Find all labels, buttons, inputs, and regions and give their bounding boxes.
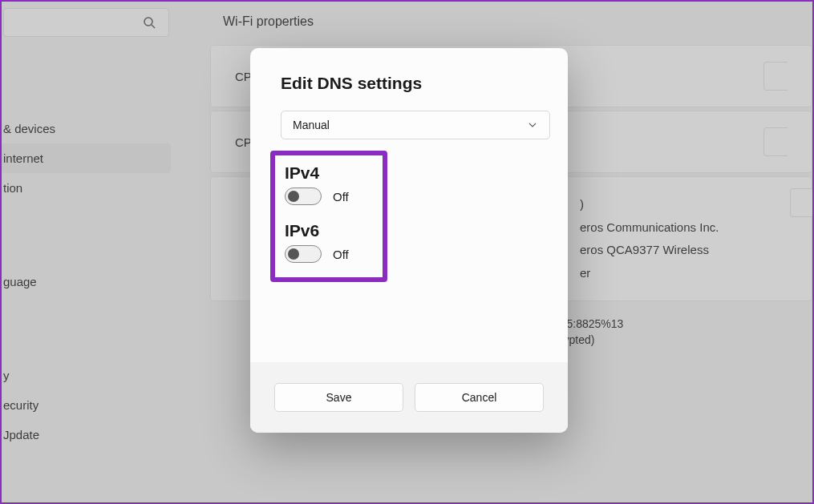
- ipv6-state: Off: [333, 248, 349, 261]
- chevron-down-icon: [527, 119, 538, 131]
- ipv6-label: IPv6: [285, 221, 375, 240]
- dropdown-value: Manual: [293, 119, 330, 131]
- annotation-highlight: IPv4 Off IPv6 Off: [270, 151, 387, 282]
- modal-title: Edit DNS settings: [281, 74, 544, 93]
- toggle-knob: [288, 248, 299, 260]
- ipv4-label: IPv4: [285, 163, 375, 183]
- cancel-button[interactable]: Cancel: [415, 383, 544, 412]
- ipv4-state: Off: [333, 190, 349, 204]
- ipv6-group: IPv6 Off: [285, 221, 375, 263]
- ipv4-group: IPv4 Off: [285, 163, 375, 205]
- modal-footer: Save Cancel: [250, 362, 568, 433]
- dns-mode-dropdown[interactable]: Manual: [281, 111, 550, 139]
- edit-dns-modal: Edit DNS settings Manual IPv4 Off IPv6: [250, 48, 568, 433]
- modal-body: Edit DNS settings Manual IPv4 Off IPv6: [250, 48, 568, 362]
- ipv6-toggle[interactable]: [285, 245, 322, 263]
- toggle-knob: [288, 191, 299, 202]
- ipv4-toggle[interactable]: [285, 187, 322, 205]
- save-button[interactable]: Save: [274, 383, 403, 412]
